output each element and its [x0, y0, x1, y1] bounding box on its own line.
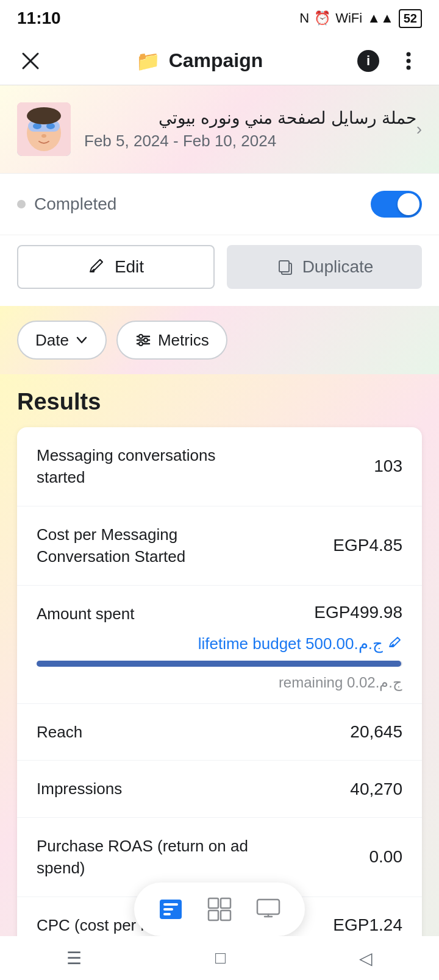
svg-rect-24	[163, 908, 173, 911]
svg-rect-23	[163, 903, 178, 906]
battery-indicator: 52	[399, 9, 422, 28]
close-button[interactable]	[17, 48, 44, 74]
svg-point-12	[41, 134, 46, 138]
nav-menu-button[interactable]: ☰	[66, 948, 82, 968]
svg-rect-15	[279, 261, 289, 272]
nfc-icon: N	[299, 10, 309, 26]
date-filter-button[interactable]: Date	[17, 321, 107, 360]
metric-value-cpm: EGP4.85	[333, 536, 402, 555]
monitor-icon	[255, 896, 282, 923]
status-dot	[17, 200, 26, 208]
metric-label-reach: Reach	[37, 721, 82, 743]
completed-row: Completed	[0, 174, 439, 235]
metric-value-roas: 0.00	[369, 847, 403, 867]
signal-icon: ▲▲	[367, 10, 394, 26]
svg-rect-25	[163, 913, 171, 915]
metric-value-cpc: EGP1.24	[333, 915, 402, 935]
filter-row: Date Metrics	[0, 306, 439, 374]
metric-row-cpm: Cost per Messaging Conversation Started …	[17, 506, 422, 586]
svg-point-4	[407, 52, 411, 56]
svg-rect-27	[221, 898, 230, 908]
folder-icon: 📁	[136, 49, 160, 73]
svg-rect-29	[221, 911, 230, 920]
duplicate-button[interactable]: Duplicate	[227, 245, 422, 289]
budget-progress-bar	[37, 661, 402, 667]
campaigns-tab[interactable]	[152, 891, 189, 928]
edit-budget-icon	[388, 636, 402, 651]
svg-rect-28	[209, 911, 218, 920]
action-buttons: Edit Duplicate	[0, 235, 439, 306]
svg-point-19	[139, 335, 143, 338]
metric-label-messaging: Messaging conversations started	[37, 444, 268, 489]
campaign-header: حملة رسايل لصفحة مني ونوره بيوتي Feb 5, …	[0, 85, 439, 174]
metric-value-impressions: 40,270	[350, 779, 402, 799]
more-options-button[interactable]	[395, 48, 422, 74]
status-bar: 11:10 N ⏰ WiFi ▲▲ 52	[0, 0, 439, 37]
monitor-tab[interactable]	[250, 891, 287, 928]
completed-text: Completed	[34, 194, 116, 214]
campaign-chevron-icon[interactable]: ›	[416, 119, 422, 139]
nav-back-button[interactable]: ◁	[359, 948, 373, 968]
svg-point-13	[27, 107, 61, 124]
sliders-icon	[135, 332, 152, 349]
metric-label-cpm: Cost per Messaging Conversation Started	[37, 524, 268, 568]
pencil-icon	[88, 257, 107, 277]
grid-tab[interactable]	[201, 891, 238, 928]
campaign-text: حملة رسايل لصفحة مني ونوره بيوتي Feb 5, …	[84, 108, 416, 151]
nav-bar: 📁 Campaign i	[0, 37, 439, 85]
campaign-name: حملة رسايل لصفحة مني ونوره بيوتي	[84, 108, 416, 128]
wifi-icon: WiFi	[335, 10, 362, 26]
metric-label-spent: Amount spent	[37, 603, 134, 625]
edit-button[interactable]: Edit	[17, 245, 215, 289]
budget-remaining: remaining ج.م.0.02	[37, 674, 402, 703]
metric-label-impressions: Impressions	[37, 778, 122, 800]
nav-title: 📁 Campaign	[136, 49, 263, 73]
budget-link[interactable]: lifetime budget ج.م.500.00	[198, 634, 402, 653]
budget-section: lifetime budget ج.م.500.00 remaining ج.م…	[17, 625, 422, 704]
status-icons: N ⏰ WiFi ▲▲ 52	[299, 9, 422, 28]
campaign-dates: Feb 5, 2024 - Feb 10, 2024	[84, 132, 416, 151]
svg-point-5	[407, 59, 411, 63]
svg-text:i: i	[366, 53, 370, 68]
metric-value-spent: EGP499.98	[314, 603, 402, 622]
date-filter-label: Date	[35, 331, 69, 350]
metrics-filter-button[interactable]: Metrics	[116, 321, 227, 360]
metrics-filter-label: Metrics	[158, 331, 209, 350]
budget-bar-fill	[37, 661, 401, 667]
metric-row-messaging: Messaging conversations started 103	[17, 427, 422, 506]
campaign-info: حملة رسايل لصفحة مني ونوره بيوتي Feb 5, …	[17, 102, 416, 156]
toggle-knob	[398, 193, 419, 215]
metric-value-messaging: 103	[374, 456, 402, 476]
copy-icon	[276, 257, 295, 277]
bottom-nav	[134, 882, 305, 936]
svg-point-21	[139, 342, 143, 346]
info-button[interactable]: i	[355, 48, 382, 74]
status-time: 11:10	[17, 9, 61, 28]
alarm-icon: ⏰	[314, 10, 330, 26]
grid-icon	[206, 896, 233, 923]
svg-rect-30	[257, 900, 279, 914]
campaign-thumbnail	[17, 102, 71, 156]
svg-point-6	[407, 65, 411, 69]
amount-spent-section: Amount spent EGP499.98	[17, 586, 422, 625]
completed-label: Completed	[17, 194, 116, 214]
chevron-down-icon	[75, 333, 88, 347]
svg-rect-26	[209, 898, 218, 908]
metric-label-roas: Purchase ROAS (return on ad spend)	[37, 835, 268, 879]
page-title: Campaign	[169, 49, 263, 72]
budget-top: lifetime budget ج.م.500.00	[37, 634, 402, 653]
svg-point-20	[144, 338, 148, 342]
metric-value-reach: 20,645	[350, 722, 402, 742]
metric-row-impressions: Impressions 40,270	[17, 761, 422, 817]
budget-link-text: lifetime budget ج.م.500.00	[198, 634, 383, 653]
nav-home-button[interactable]: □	[215, 948, 226, 968]
nav-icons: i	[355, 48, 422, 74]
campaigns-icon	[157, 896, 184, 923]
results-title: Results	[17, 389, 422, 415]
metric-row-reach: Reach 20,645	[17, 704, 422, 761]
system-nav-bar: ☰ □ ◁	[0, 936, 439, 980]
completed-toggle[interactable]	[371, 191, 422, 218]
